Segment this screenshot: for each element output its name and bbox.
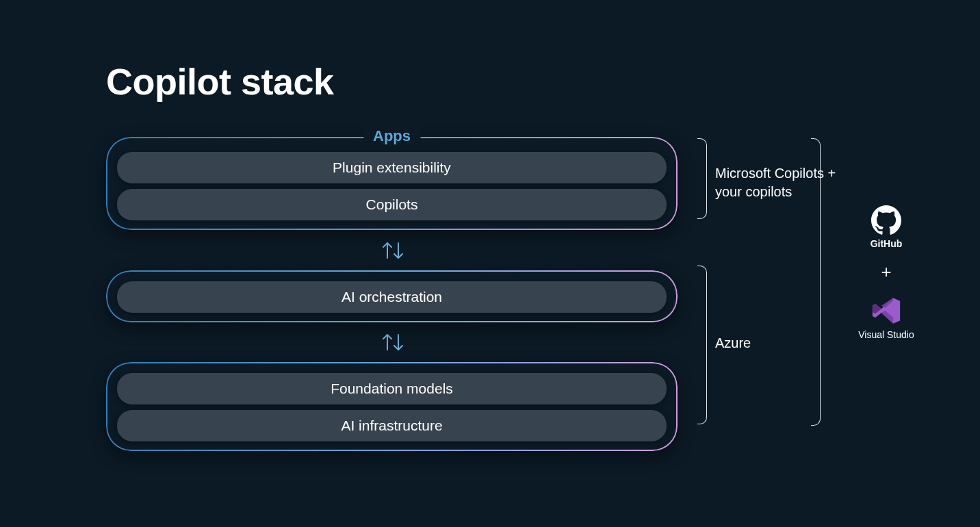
- bracket-icon: [697, 266, 707, 424]
- item-ai-orchestration: AI orchestration: [117, 281, 667, 313]
- visual-studio-logo: Visual Studio: [828, 295, 944, 340]
- github-icon: [871, 205, 901, 235]
- item-ai-infrastructure: AI infrastructure: [117, 410, 667, 441]
- group-orchestration: AI orchestration: [106, 270, 678, 322]
- item-copilots: Copilots: [117, 189, 667, 220]
- visual-studio-icon: [871, 295, 902, 326]
- visual-studio-label: Visual Studio: [828, 329, 944, 340]
- item-foundation-models: Foundation models: [117, 373, 667, 404]
- tools-column: GitHub + Visual Studio: [828, 205, 944, 340]
- github-logo: GitHub: [828, 205, 944, 249]
- label-azure: Azure: [715, 334, 751, 352]
- group-apps-label: Apps: [363, 127, 420, 145]
- stack-container: Apps Plugin extensibility Copilots AI or…: [106, 137, 678, 451]
- arrows-icon: [106, 322, 678, 363]
- bracket-icon: [811, 138, 821, 426]
- github-label: GitHub: [828, 238, 944, 249]
- group-foundation: Foundation models AI infrastructure: [106, 362, 678, 451]
- bracket-icon: [697, 138, 707, 219]
- diagram-title: Copilot stack: [106, 60, 334, 103]
- arrows-icon: [106, 230, 678, 270]
- plus-separator: +: [828, 261, 944, 283]
- item-plugin-extensibility: Plugin extensibility: [117, 152, 667, 183]
- group-apps: Apps Plugin extensibility Copilots: [106, 137, 678, 230]
